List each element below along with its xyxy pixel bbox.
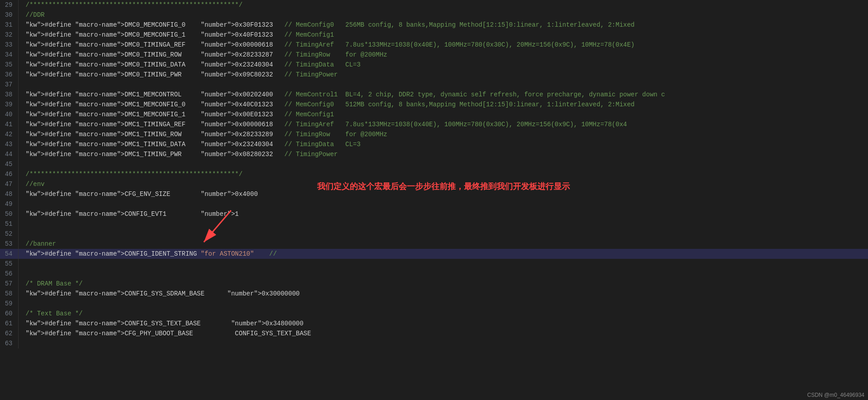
table-row: 36"kw">#define "macro-name">DMC0_TIMING_… [0,70,868,80]
table-row: 35"kw">#define "macro-name">DMC0_TIMING_… [0,60,868,70]
line-content [18,299,868,309]
line-number: 56 [0,269,18,279]
line-number: 32 [0,30,18,40]
line-content: "kw">#define "macro-name">DMC1_MEMCONFIG… [18,100,868,110]
line-content: "kw">#define "macro-name">DMC1_TIMINGA_R… [18,119,868,129]
line-content: "kw">#define "macro-name">DMC0_TIMING_PW… [18,70,868,80]
line-content [18,219,868,229]
line-number: 45 [0,159,18,169]
line-content: //banner [18,239,868,249]
table-row: 50"kw">#define "macro-name">CONFIG_EVT1 … [0,209,868,219]
line-number: 34 [0,50,18,60]
table-row: 58"kw">#define "macro-name">CONFIG_SYS_S… [0,289,868,299]
table-row: 32"kw">#define "macro-name">DMC0_MEMCONF… [0,30,868,40]
line-content [18,269,868,279]
code-container: 29/*************************************… [0,0,868,400]
line-number: 42 [0,129,18,139]
line-number: 50 [0,209,18,219]
table-row: 34"kw">#define "macro-name">DMC0_TIMING_… [0,50,868,60]
table-row: 49 [0,199,868,209]
line-number: 38 [0,90,18,100]
line-number: 41 [0,119,18,129]
line-number: 36 [0,70,18,80]
table-row: 54"kw">#define "macro-name">CONFIG_IDENT… [0,249,868,259]
table-row: 29/*************************************… [0,0,868,10]
line-content [18,338,868,348]
line-number: 47 [0,179,18,189]
line-number: 58 [0,289,18,299]
line-number: 48 [0,189,18,199]
line-number: 60 [0,309,18,319]
line-content: "kw">#define "macro-name">DMC1_TIMING_PW… [18,149,868,159]
table-row: 59 [0,299,868,309]
line-number: 40 [0,110,18,119]
line-number: 49 [0,199,18,209]
table-row: 40"kw">#define "macro-name">DMC1_MEMCONF… [0,110,868,119]
line-number: 30 [0,10,18,20]
line-number: 33 [0,40,18,50]
line-content: "kw">#define "macro-name">DMC0_MEMCONFIG… [18,30,868,40]
line-content: /* DRAM Base */ [18,279,868,289]
table-row: 43"kw">#define "macro-name">DMC1_TIMING_… [0,139,868,149]
table-row: 46/*************************************… [0,169,868,179]
line-content [18,229,868,239]
table-row: 56 [0,269,868,279]
line-number: 39 [0,100,18,110]
line-content: /* Text Base */ [18,309,868,319]
line-content: /***************************************… [18,0,868,10]
table-row: 38"kw">#define "macro-name">DMC1_MEMCONT… [0,90,868,100]
line-number: 31 [0,20,18,30]
table-row: 31"kw">#define "macro-name">DMC0_MEMCONF… [0,20,868,30]
table-row: 37 [0,80,868,90]
table-row: 51 [0,219,868,229]
annotation-text: 我们定义的这个宏最后会一步步往前推，最终推到我们开发板进行显示 [317,181,570,192]
line-content: "kw">#define "macro-name">CONFIG_SYS_SDR… [18,289,868,299]
table-row: 60/* Text Base */ [0,309,868,319]
line-content [18,80,868,90]
line-content: "kw">#define "macro-name">DMC1_TIMING_RO… [18,129,868,139]
line-content: "kw">#define "macro-name">CFG_PHY_UBOOT_… [18,329,868,338]
table-row: 30//DDR [0,10,868,20]
line-number: 55 [0,259,18,269]
line-content: "kw">#define "macro-name">DMC1_MEMCONFIG… [18,110,868,119]
watermark: CSDN @m0_46496934 [807,392,864,398]
table-row: 41"kw">#define "macro-name">DMC1_TIMINGA… [0,119,868,129]
table-row: 61"kw">#define "macro-name">CONFIG_SYS_T… [0,319,868,329]
line-content [18,159,868,169]
line-number: 63 [0,338,18,348]
line-number: 53 [0,239,18,249]
line-content: /***************************************… [18,169,868,179]
line-number: 29 [0,0,18,10]
line-number: 62 [0,329,18,338]
line-content: "kw">#define "macro-name">CONFIG_IDENT_S… [18,249,868,259]
line-content: "kw">#define "macro-name">DMC1_MEMCONTRO… [18,90,868,100]
line-number: 51 [0,219,18,229]
line-content: "kw">#define "macro-name">DMC0_TIMINGA_R… [18,40,868,50]
line-number: 54 [0,249,18,259]
line-number: 61 [0,319,18,329]
table-row: 33"kw">#define "macro-name">DMC0_TIMINGA… [0,40,868,50]
table-row: 44"kw">#define "macro-name">DMC1_TIMING_… [0,149,868,159]
line-number: 44 [0,149,18,159]
line-content: "kw">#define "macro-name">DMC0_MEMCONFIG… [18,20,868,30]
table-row: 45 [0,159,868,169]
table-row: 42"kw">#define "macro-name">DMC1_TIMING_… [0,129,868,139]
line-content [18,259,868,269]
line-content: "kw">#define "macro-name">CONFIG_SYS_TEX… [18,319,868,329]
line-number: 52 [0,229,18,239]
line-content: "kw">#define "macro-name">CONFIG_EVT1 "n… [18,209,868,219]
table-row: 62"kw">#define "macro-name">CFG_PHY_UBOO… [0,329,868,338]
line-number: 37 [0,80,18,90]
table-row: 55 [0,259,868,269]
line-number: 57 [0,279,18,289]
code-table: 29/*************************************… [0,0,868,348]
line-number: 59 [0,299,18,309]
line-content: "kw">#define "macro-name">DMC0_TIMING_DA… [18,60,868,70]
line-content: "kw">#define "macro-name">DMC0_TIMING_RO… [18,50,868,60]
table-row: 52 [0,229,868,239]
line-content [18,199,868,209]
table-row: 53//banner [0,239,868,249]
table-row: 63 [0,338,868,348]
line-number: 43 [0,139,18,149]
line-content: "kw">#define "macro-name">DMC1_TIMING_DA… [18,139,868,149]
